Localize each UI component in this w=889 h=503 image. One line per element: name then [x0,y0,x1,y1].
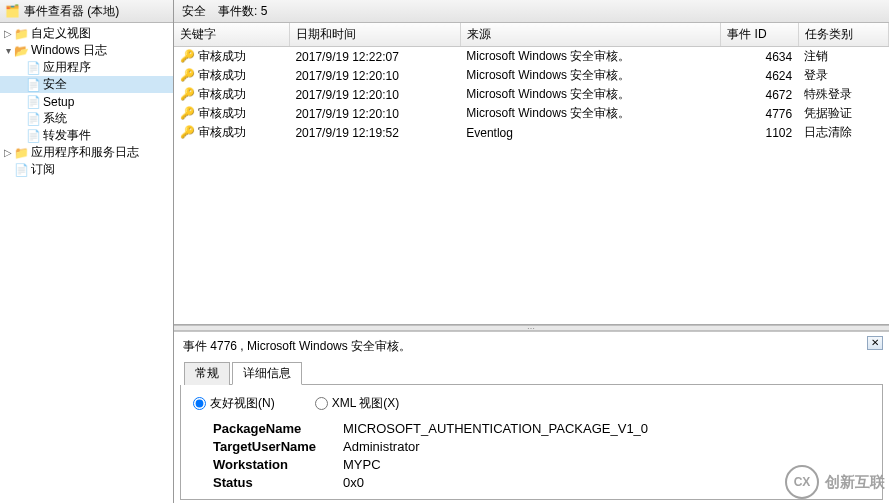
tree[interactable]: ▷📁自定义视图▾📂Windows 日志📄应用程序📄安全📄Setup📄系统📄转发事… [0,23,173,503]
detail-field: TargetUserNameAdministrator [213,438,870,456]
expand-icon[interactable]: ▷ [2,147,14,158]
table-row[interactable]: 🔑审核成功2017/9/19 12:20:10Microsoft Windows… [174,66,889,85]
tree-item-5[interactable]: 📄系统 [0,110,173,127]
expand-icon[interactable]: ▷ [2,28,14,39]
content-area: 安全 事件数: 5 关键字日期和时间来源事件 ID任务类别 🔑审核成功2017/… [174,0,889,503]
field-key: PackageName [213,420,343,438]
node-icon: 📄 [14,163,28,177]
detail-title: 事件 4776 , Microsoft Windows 安全审核。 [180,336,883,361]
event-list[interactable]: 关键字日期和时间来源事件 ID任务类别 🔑审核成功2017/9/19 12:22… [174,23,889,325]
tree-item-4[interactable]: 📄Setup [0,93,173,110]
close-detail-button[interactable]: ✕ [867,336,883,350]
key-icon: 🔑 [180,68,194,82]
tree-item-8[interactable]: 📄订阅 [0,161,173,178]
detail-field: Status0x0 [213,474,870,492]
node-icon: 📄 [26,129,40,143]
key-icon: 🔑 [180,87,194,101]
table-row[interactable]: 🔑审核成功2017/9/19 12:22:07Microsoft Windows… [174,47,889,67]
tree-item-0[interactable]: ▷📁自定义视图 [0,25,173,42]
radio-xml-view[interactable]: XML 视图(X) [315,395,400,412]
table-row[interactable]: 🔑审核成功2017/9/19 12:20:10Microsoft Windows… [174,85,889,104]
event-table: 关键字日期和时间来源事件 ID任务类别 🔑审核成功2017/9/19 12:22… [174,23,889,142]
tab-general[interactable]: 常规 [184,362,230,385]
tab-body: 友好视图(N) XML 视图(X) PackageNameMICROSOFT_A… [180,385,883,500]
node-label: 自定义视图 [31,25,91,42]
key-icon: 🔑 [180,106,194,120]
key-icon: 🔑 [180,49,194,63]
node-icon: 📄 [26,78,40,92]
node-icon: 📄 [26,61,40,75]
node-icon: 📄 [26,95,40,109]
field-key: Status [213,474,343,492]
node-icon: 📄 [26,112,40,126]
field-key: TargetUserName [213,438,343,456]
detail-tabs: 常规 详细信息 [184,361,883,385]
key-icon: 🔑 [180,125,194,139]
content-header: 安全 事件数: 5 [174,0,889,23]
tree-item-7[interactable]: ▷📁应用程序和服务日志 [0,144,173,161]
tree-item-3[interactable]: 📄安全 [0,76,173,93]
detail-pane: ✕ 事件 4776 , Microsoft Windows 安全审核。 常规 详… [174,331,889,503]
node-label: 应用程序 [43,59,91,76]
node-icon: 📁 [14,27,28,41]
detail-fields: PackageNameMICROSOFT_AUTHENTICATION_PACK… [213,420,870,492]
expand-icon[interactable]: ▾ [2,45,14,56]
column-header[interactable]: 日期和时间 [289,23,460,47]
content-title: 安全 [182,3,206,20]
radio-xml-input[interactable] [315,397,328,410]
node-label: Windows 日志 [31,42,107,59]
table-row[interactable]: 🔑审核成功2017/9/19 12:19:52Eventlog1102日志清除 [174,123,889,142]
detail-field: WorkstationMYPC [213,456,870,474]
field-value: 0x0 [343,474,364,492]
field-value: MYPC [343,456,381,474]
view-radio-group: 友好视图(N) XML 视图(X) [193,395,870,412]
event-count: 事件数: 5 [218,3,267,20]
field-value: MICROSOFT_AUTHENTICATION_PACKAGE_V1_0 [343,420,648,438]
radio-friendly-view[interactable]: 友好视图(N) [193,395,275,412]
column-header[interactable]: 关键字 [174,23,289,47]
tree-item-1[interactable]: ▾📂Windows 日志 [0,42,173,59]
node-icon: 📁 [14,146,28,160]
field-value: Administrator [343,438,420,456]
table-row[interactable]: 🔑审核成功2017/9/19 12:20:10Microsoft Windows… [174,104,889,123]
event-viewer-icon: 🗂️ [5,4,20,18]
radio-friendly-input[interactable] [193,397,206,410]
column-header[interactable]: 任务类别 [798,23,888,47]
node-label: 安全 [43,76,67,93]
tree-item-2[interactable]: 📄应用程序 [0,59,173,76]
field-key: Workstation [213,456,343,474]
sidebar-title: 事件查看器 (本地) [24,3,119,20]
node-label: 订阅 [31,161,55,178]
column-header[interactable]: 来源 [460,23,721,47]
node-label: 转发事件 [43,127,91,144]
sidebar: 🗂️ 事件查看器 (本地) ▷📁自定义视图▾📂Windows 日志📄应用程序📄安… [0,0,174,503]
node-icon: 📂 [14,44,28,58]
tree-item-6[interactable]: 📄转发事件 [0,127,173,144]
column-header[interactable]: 事件 ID [721,23,798,47]
sidebar-header: 🗂️ 事件查看器 (本地) [0,0,173,23]
node-label: 应用程序和服务日志 [31,144,139,161]
node-label: Setup [43,95,74,109]
detail-field: PackageNameMICROSOFT_AUTHENTICATION_PACK… [213,420,870,438]
tab-details[interactable]: 详细信息 [232,362,302,385]
node-label: 系统 [43,110,67,127]
